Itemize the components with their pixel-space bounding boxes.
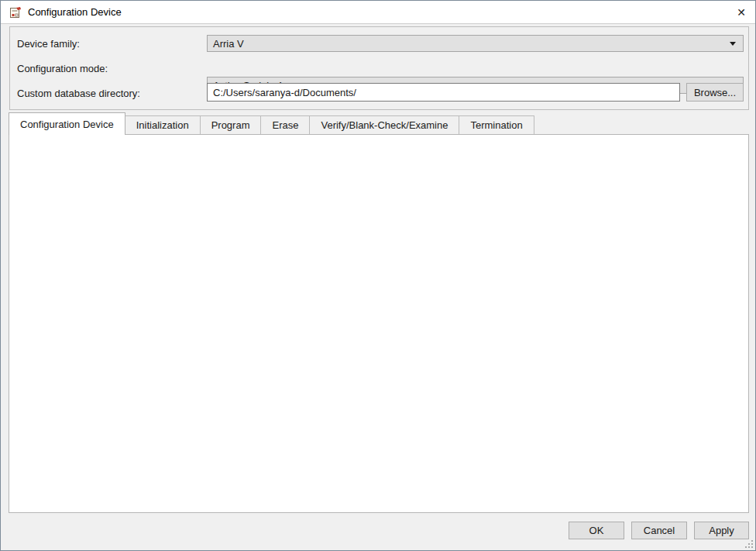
- configuration-device-tab-panel: [9, 134, 749, 513]
- ok-button-label: OK: [589, 525, 604, 536]
- configuration-mode-label: Configuration mode:: [17, 63, 108, 74]
- ok-button[interactable]: OK: [569, 522, 624, 539]
- tab-termination[interactable]: Termination: [459, 115, 534, 135]
- configuration-device-icon: [9, 5, 22, 19]
- device-family-label: Device family:: [17, 38, 80, 50]
- tab-initialization[interactable]: Initialization: [125, 115, 201, 135]
- window-title: Configuration Device: [28, 1, 122, 24]
- chevron-down-icon: [730, 42, 736, 46]
- configuration-device-dialog: Configuration Device ✕ Device family: Ar…: [0, 0, 756, 551]
- resize-grip-icon[interactable]: [745, 540, 753, 548]
- tab-configuration-device[interactable]: Configuration Device: [9, 112, 125, 135]
- tab-verify-blank-check-examine[interactable]: Verify/Blank-Check/Examine: [310, 115, 459, 135]
- browse-button[interactable]: Browse...: [686, 83, 744, 102]
- apply-button-label: Apply: [709, 525, 734, 536]
- close-button[interactable]: ✕: [731, 3, 751, 22]
- browse-button-label: Browse...: [694, 87, 736, 98]
- tab-erase[interactable]: Erase: [261, 115, 310, 135]
- cancel-button-label: Cancel: [644, 525, 675, 536]
- title-bar[interactable]: Configuration Device ✕: [1, 1, 755, 24]
- custom-database-directory-label: Custom database directory:: [17, 88, 140, 99]
- device-family-value: Arria V: [213, 38, 244, 50]
- tab-program[interactable]: Program: [201, 115, 262, 135]
- apply-button[interactable]: Apply: [694, 522, 749, 539]
- tab-bar: Configuration DeviceInitializationProgra…: [9, 113, 534, 135]
- custom-database-directory-value: C:/Users/saranya-d/Documents/: [213, 87, 356, 98]
- device-family-dropdown[interactable]: Arria V: [207, 35, 744, 52]
- custom-database-directory-input[interactable]: C:/Users/saranya-d/Documents/: [207, 83, 680, 102]
- cancel-button[interactable]: Cancel: [631, 522, 687, 539]
- device-settings-groupbox: Device family: Arria V Configuration mod…: [9, 26, 749, 110]
- close-icon: ✕: [737, 6, 746, 19]
